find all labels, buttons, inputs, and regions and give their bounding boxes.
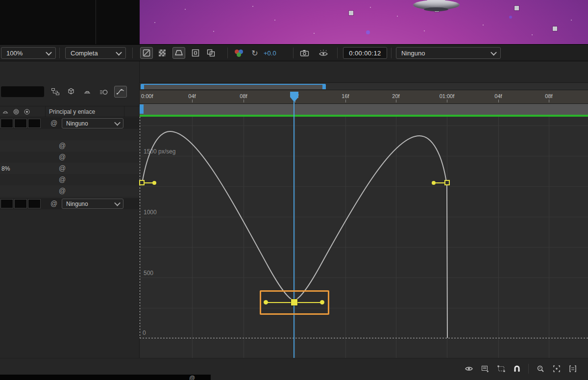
- toolbar-separator: [293, 48, 294, 58]
- show-snapshot-button[interactable]: [318, 49, 328, 57]
- parent-dropdown[interactable]: Ninguno: [62, 199, 123, 209]
- influence-handle-center-left[interactable]: [264, 300, 268, 304]
- snap-button[interactable]: [511, 362, 523, 375]
- composition-canvas[interactable]: [140, 0, 588, 44]
- show-properties-button[interactable]: [463, 362, 475, 375]
- toolbar-separator: [59, 48, 60, 58]
- work-area-start-handle[interactable]: [140, 104, 144, 114]
- pickwhip-icon[interactable]: @: [59, 165, 66, 172]
- chevron-down-icon: [114, 200, 121, 206]
- time-ruler[interactable]: 0:00f 04f 08f 12f 16f 20f 01:00f 04f 08f: [140, 90, 588, 104]
- pickwhip-icon[interactable]: @: [50, 200, 57, 207]
- star: [532, 34, 533, 35]
- layer-row[interactable]: @ Ninguno: [0, 198, 140, 209]
- graph-options-icon: [481, 364, 490, 373]
- toolbar-separator: [227, 48, 228, 58]
- graph-editor-button[interactable]: [114, 86, 127, 98]
- grid-and-guides-button[interactable]: [140, 47, 153, 59]
- snapshot-eye-icon: [318, 49, 328, 57]
- timeline-column-header: Principal y enlace: [0, 106, 140, 117]
- keyframe-right[interactable]: [444, 180, 450, 185]
- property-row[interactable]: @: [0, 174, 140, 185]
- square-in-square-icon: [192, 49, 199, 57]
- star: [185, 9, 186, 10]
- camera-selector-dropdown[interactable]: Ninguno: [396, 47, 501, 59]
- time-navigator-track[interactable]: [140, 82, 588, 90]
- time-navigator-handle[interactable]: [141, 84, 326, 89]
- layer-row[interactable]: @ Ninguno: [0, 118, 140, 129]
- pickwhip-icon[interactable]: @: [59, 176, 66, 183]
- layer-switch-cell[interactable]: [28, 199, 41, 208]
- fit-all-icon: [568, 364, 577, 373]
- flowchart-icon: [51, 88, 60, 96]
- take-snapshot-button[interactable]: [300, 49, 310, 57]
- star: [370, 7, 371, 8]
- show-transform-box-button[interactable]: [495, 362, 508, 375]
- ruler-label: 20f: [392, 93, 399, 99]
- shy-layers-button[interactable]: [83, 88, 91, 95]
- layer-switch-cell[interactable]: [14, 199, 27, 208]
- influence-line-right: [435, 182, 445, 183]
- influence-handle-left[interactable]: [152, 181, 156, 185]
- planet-dot: [366, 30, 370, 34]
- pickwhip-icon[interactable]: @: [189, 375, 195, 380]
- view-layout-button[interactable]: [205, 47, 218, 59]
- resolution-dropdown[interactable]: Completa: [65, 47, 126, 59]
- chevron-down-icon: [46, 49, 52, 55]
- panel-divider: [96, 0, 96, 44]
- layer-switch-cell[interactable]: [0, 119, 13, 128]
- comp-mini-flowchart-button[interactable]: [51, 88, 60, 96]
- magnification-dropdown[interactable]: 100%: [1, 47, 56, 59]
- chevron-down-icon: [116, 49, 122, 55]
- draft-3d-button[interactable]: [67, 87, 75, 95]
- transparency-grid-button[interactable]: [156, 47, 169, 59]
- trapezoid-icon: [174, 50, 183, 56]
- star: [274, 20, 275, 21]
- ruler-label: 04f: [494, 93, 502, 99]
- ruler-tick: [498, 100, 499, 102]
- current-time-field[interactable]: 0:00:00:12: [343, 47, 387, 59]
- influence-handle-center-right[interactable]: [320, 300, 324, 304]
- region-of-interest-button[interactable]: [189, 47, 202, 59]
- pickwhip-icon[interactable]: @: [59, 142, 66, 149]
- pickwhip-icon[interactable]: @: [59, 187, 66, 194]
- mask-path-visibility-button[interactable]: [172, 47, 185, 59]
- graph-type-options-button[interactable]: [479, 362, 491, 375]
- pickwhip-icon[interactable]: @: [59, 153, 66, 160]
- property-row[interactable]: @: [0, 185, 140, 197]
- fit-selection-icon: [552, 364, 561, 373]
- auto-zoom-graph-button[interactable]: [534, 362, 547, 375]
- parent-dropdown-value: Ninguno: [66, 120, 88, 127]
- navigator-end-cap[interactable]: [322, 85, 326, 89]
- motion-blur-column-icon[interactable]: [24, 108, 30, 115]
- resolution-value: Completa: [71, 50, 98, 57]
- parent-dropdown[interactable]: Ninguno: [62, 118, 123, 128]
- layer-switch-cell[interactable]: [0, 199, 13, 208]
- reset-exposure-icon: ↻: [251, 49, 258, 58]
- layer-switch-cell[interactable]: [14, 119, 27, 128]
- reset-exposure-button[interactable]: ↻: [249, 47, 261, 59]
- property-row[interactable]: @: [0, 140, 140, 152]
- work-area-bar[interactable]: [140, 104, 588, 115]
- motion-blur-button[interactable]: [99, 88, 108, 96]
- star: [483, 25, 484, 25]
- comp-name-field[interactable]: [1, 86, 44, 97]
- property-row[interactable]: @: [0, 152, 140, 163]
- layer-switch-cell[interactable]: [28, 119, 41, 128]
- frame-blend-column-icon[interactable]: [13, 108, 20, 115]
- chevron-down-icon: [490, 49, 497, 55]
- partial-layer-row[interactable]: @: [0, 375, 211, 380]
- ruler-label: 01:00f: [440, 93, 455, 99]
- pickwhip-icon[interactable]: @: [50, 120, 57, 127]
- keyframe-center-selected[interactable]: [291, 299, 297, 305]
- fit-selection-button[interactable]: [550, 362, 563, 375]
- opacity-value[interactable]: 8%: [1, 165, 10, 172]
- star: [213, 31, 214, 32]
- show-channel-button[interactable]: [233, 49, 246, 57]
- property-row[interactable]: 8% @: [0, 163, 140, 174]
- navigator-start-cap[interactable]: [141, 85, 144, 89]
- shy-column-icon[interactable]: [2, 109, 9, 115]
- fit-all-graphs-button[interactable]: [566, 362, 579, 375]
- layer-handle: [349, 11, 353, 15]
- exposure-value[interactable]: +0.0: [264, 50, 276, 57]
